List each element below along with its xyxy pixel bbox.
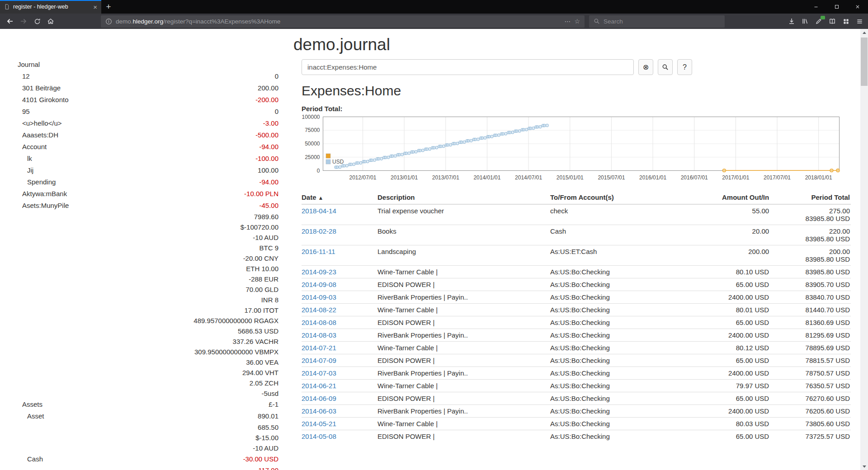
- home-button[interactable]: [44, 15, 57, 28]
- column-header-date[interactable]: Date▲: [302, 191, 374, 204]
- url-domain: hledger.org: [133, 18, 164, 25]
- register-account: As:US:Bo:Checking: [547, 304, 718, 316]
- browser-search-bar[interactable]: Search: [589, 15, 725, 28]
- sidebar-account-row: Assets£-1: [18, 399, 278, 410]
- column-header-period-total[interactable]: Period Total: [774, 191, 851, 204]
- page-actions-icon[interactable]: ⋯: [564, 18, 571, 25]
- sidebar-account-link[interactable]: Account: [22, 141, 47, 153]
- menu-icon[interactable]: [853, 15, 866, 28]
- window-maximize-button[interactable]: [826, 0, 847, 14]
- downloads-icon[interactable]: [785, 15, 798, 28]
- back-button[interactable]: [3, 15, 17, 28]
- sidebar-balance-line: -10 AUD: [18, 443, 278, 453]
- sidebar-account-link[interactable]: 301 Beiträge: [22, 82, 61, 94]
- sidebar-account-link[interactable]: 4101 Girokonto: [22, 94, 69, 106]
- sidebar-account-row: 950: [18, 106, 278, 118]
- extension-highlighter-icon[interactable]: [812, 15, 826, 28]
- scrollbar-thumb[interactable]: [861, 38, 868, 86]
- sidebar-account-link[interactable]: Asets:MunyPile: [22, 200, 69, 212]
- browser-tab[interactable]: register - hledger-web ×: [0, 0, 101, 14]
- sidebar-account-link[interactable]: Jij: [27, 164, 33, 176]
- page-scrollbar[interactable]: [860, 29, 868, 470]
- register-row: 2014-06-03RiverBank Properties | Payin..…: [302, 405, 851, 418]
- register-row: 2018-02-28BooksCash20.00220.0083985.80 U…: [302, 225, 851, 245]
- register-date-link[interactable]: 2014-07-21: [302, 344, 336, 352]
- sidebar-account-balance: -288 EUR: [249, 274, 278, 284]
- register-date-link[interactable]: 2014-09-08: [302, 281, 336, 288]
- register-date-link[interactable]: 2018-02-28: [302, 227, 336, 235]
- register-date-link[interactable]: 2014-06-03: [302, 407, 336, 415]
- sidebar-account-link[interactable]: Cash: [27, 453, 43, 465]
- register-date-link[interactable]: 2014-09-23: [302, 268, 336, 276]
- register-date-link[interactable]: 2014-07-03: [302, 369, 336, 377]
- register-date-link[interactable]: 2016-11-11: [302, 248, 335, 255]
- sidebar-account-link[interactable]: Aktywa:mBank: [22, 188, 67, 200]
- scroll-down-arrow-icon[interactable]: [860, 463, 868, 470]
- svg-text:2013/07/01: 2013/07/01: [432, 174, 459, 181]
- sidebar-account-link[interactable]: <u>hello</u>: [22, 118, 62, 129]
- tab-title: register - hledger-web: [13, 4, 90, 10]
- register-row: 2014-07-09EDISON POWER |As:US:Bo:Checkin…: [302, 354, 851, 367]
- sidebar-account-link[interactable]: lk: [27, 153, 32, 164]
- site-info-icon[interactable]: [105, 18, 112, 25]
- browser-search-placeholder: Search: [604, 18, 623, 25]
- window-controls: [806, 0, 868, 14]
- sidebar-account-balance: -20.00 CNY: [243, 253, 278, 263]
- register-date-link[interactable]: 2014-09-03: [302, 293, 336, 301]
- register-date-link[interactable]: 2018-04-14: [302, 207, 336, 215]
- register-period-total: 73805.60 USD: [774, 418, 851, 430]
- column-header-account[interactable]: To/From Account(s): [547, 191, 718, 204]
- sidebar-journal-link[interactable]: Journal: [18, 59, 278, 70]
- sidebar-account-balance: -5usd: [261, 388, 278, 399]
- register-period-total: 220.0083985.80 USD: [774, 225, 851, 245]
- help-button[interactable]: ?: [677, 59, 692, 75]
- sidebar-account-row: Jij100.00: [18, 164, 278, 176]
- sidebar-account-link[interactable]: 12: [22, 70, 30, 82]
- window-close-button[interactable]: [847, 0, 868, 14]
- sidebar-balance-line: 17.00 ITOT: [18, 305, 278, 315]
- register-row: 2014-06-09EDISON POWER |As:US:Bo:Checkin…: [302, 392, 851, 405]
- sidebar-account-balance: -94.00: [259, 176, 278, 188]
- sidebar-account-link[interactable]: Assets: [22, 399, 42, 410]
- search-query-input[interactable]: [302, 59, 634, 75]
- register-date-link[interactable]: 2014-08-08: [302, 319, 336, 326]
- register-date-link[interactable]: 2014-08-22: [302, 306, 336, 314]
- register-date-link[interactable]: 2014-06-21: [302, 382, 336, 390]
- reader-icon[interactable]: [826, 15, 839, 28]
- sidebar-balance-line: -10 AUD: [18, 232, 278, 243]
- bookmark-star-icon[interactable]: ☆: [574, 18, 580, 25]
- register-period-total: 275.0083985.80 USD: [774, 204, 851, 225]
- register-period-total: 78815.57 USD: [774, 354, 851, 367]
- forward-button[interactable]: [17, 15, 30, 28]
- register-date-link[interactable]: 2014-08-03: [302, 331, 336, 339]
- new-tab-button[interactable]: +: [101, 0, 116, 14]
- register-amount: 65.00 USD: [718, 316, 774, 329]
- register-date-link[interactable]: 2014-05-08: [302, 432, 336, 440]
- register-description: EDISON POWER |: [374, 430, 547, 443]
- column-header-description[interactable]: Description: [374, 191, 547, 204]
- search-button[interactable]: [658, 59, 673, 75]
- url-bar[interactable]: demo.hledger.org/register?q=inacct%3AExp…: [101, 15, 585, 28]
- register-date-link[interactable]: 2014-05-21: [302, 420, 336, 428]
- clear-search-button[interactable]: ⊗: [638, 59, 653, 75]
- register-date-link[interactable]: 2014-06-09: [302, 395, 336, 402]
- register-description: Wine-Tarner Cable |: [374, 266, 547, 278]
- sidebar-account-link[interactable]: 95: [22, 106, 30, 118]
- register-amount: 80.10 USD: [718, 266, 774, 278]
- sidebar-account-balance: 337.26 VACHR: [233, 336, 278, 347]
- reload-button[interactable]: [30, 15, 44, 28]
- register-date-link[interactable]: 2014-07-09: [302, 357, 336, 364]
- sidebar-account-link[interactable]: Spending: [27, 176, 56, 188]
- scroll-up-arrow-icon[interactable]: [860, 29, 868, 36]
- sidebar-account-link[interactable]: Aaasets:DH: [22, 129, 58, 141]
- sidebar-account-balance: -30.00 USD: [243, 453, 278, 465]
- register-period-total: 76205.60 USD: [774, 405, 851, 418]
- register-account: As:US:Bo:Checking: [547, 291, 718, 304]
- tab-close-icon[interactable]: ×: [93, 4, 97, 10]
- sidebar-balance-line: -20.00 CNY: [18, 253, 278, 263]
- window-minimize-button[interactable]: [806, 0, 826, 14]
- grid-icon[interactable]: [839, 15, 853, 28]
- library-icon[interactable]: [798, 15, 812, 28]
- sidebar-account-link[interactable]: Asset: [27, 410, 44, 422]
- column-header-amount[interactable]: Amount Out/In: [718, 191, 774, 204]
